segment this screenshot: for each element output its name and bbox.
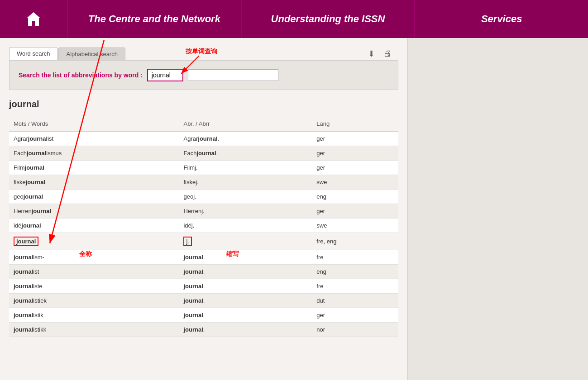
- table-row: journalist journal. eng: [9, 265, 398, 279]
- table-row: journalistiek journal. dut: [9, 294, 398, 308]
- annotation-fullname: 全称: [79, 250, 92, 258]
- results-section: Mots / Words Abr. / Abrr Lang Agrarjourn…: [9, 117, 398, 337]
- results-table: Mots / Words Abr. / Abrr Lang Agrarjourn…: [9, 117, 398, 337]
- col-lang: Lang: [312, 117, 398, 131]
- search-input[interactable]: [147, 69, 183, 81]
- sidebar: [407, 38, 588, 380]
- search-box: Search the list of abbreviations by word…: [9, 60, 398, 90]
- table-row-highlighted: journal j. fre, eng: [9, 233, 398, 250]
- annotation-word-search: 按单词查询: [186, 48, 217, 56]
- highlight-abr: j.: [183, 237, 192, 246]
- search-input-extra[interactable]: [188, 69, 278, 81]
- col-words: Mots / Words: [9, 117, 179, 131]
- table-row: fiskejournal fiskej. swe: [9, 175, 398, 190]
- results-heading: journal: [9, 99, 398, 109]
- header: The Centre and the Network Understanding…: [0, 0, 588, 38]
- table-row: Agrarjournalist Agrarjournal. ger: [9, 131, 398, 146]
- table-row: Fachjournalismus Fachjournal. ger: [9, 146, 398, 161]
- download-button[interactable]: ⬇: [365, 48, 378, 60]
- tab-word-search[interactable]: Word search: [9, 47, 57, 60]
- main-layout: Word search Alphabetical search ⬇ 🖨 Sear…: [0, 38, 588, 380]
- table-row: idéjournal- idéj. swe: [9, 218, 398, 233]
- nav-centre-network[interactable]: The Centre and the Network: [68, 0, 242, 38]
- col-abr: Abr. / Abrr: [179, 117, 312, 131]
- table-row: journalistikk journal. nor: [9, 323, 398, 337]
- search-section: Search the list of abbreviations by word…: [9, 60, 398, 90]
- tab-alphabetical-search[interactable]: Alphabetical search: [58, 48, 125, 60]
- table-row: journalistik journal. ger: [9, 308, 398, 323]
- table-row: journaliste journal. fre: [9, 279, 398, 294]
- table-row: Herrenjournal Herrenj. ger: [9, 204, 398, 218]
- content-area: Word search Alphabetical search ⬇ 🖨 Sear…: [0, 38, 407, 380]
- search-label: Search the list of abbreviations by word…: [19, 71, 143, 79]
- table-row: Filmjournal Filmj. ger: [9, 161, 398, 175]
- nav-understanding-issn[interactable]: Understanding the ISSN: [242, 0, 416, 38]
- home-button[interactable]: [0, 0, 68, 38]
- print-button[interactable]: 🖨: [381, 48, 394, 60]
- tab-icons: ⬇ 🖨: [365, 48, 394, 60]
- highlight-word: journal: [14, 237, 38, 246]
- table-row: journalism- journal. fre: [9, 250, 398, 265]
- header-nav: The Centre and the Network Understanding…: [68, 0, 588, 38]
- nav-services[interactable]: Services: [415, 0, 588, 38]
- annotation-abbr: 缩写: [226, 250, 239, 258]
- table-row: geojournal geoj. eng: [9, 190, 398, 204]
